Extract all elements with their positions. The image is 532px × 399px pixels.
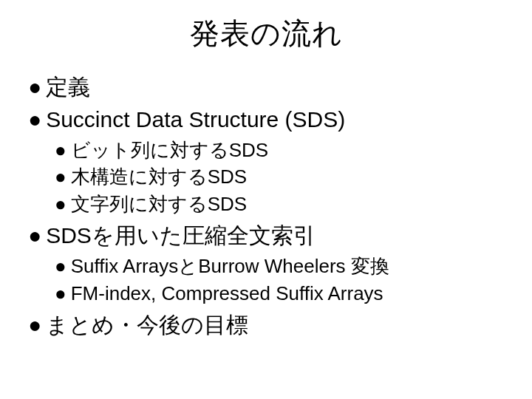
list-item: ●文字列に対するSDS: [55, 191, 510, 217]
list-item: ●SDSを用いた圧縮全文索引 ●Suffix ArraysとBurrow Whe…: [28, 220, 510, 307]
bullet-icon: ●: [55, 139, 66, 161]
bullet-icon: ●: [28, 313, 41, 337]
list-item: ●FM-index, Compressed Suffix Arrays: [55, 280, 510, 307]
item-text: Succinct Data Structure (SDS): [46, 107, 345, 132]
bullet-icon: ●: [28, 75, 41, 99]
item-text: 木構造に対するSDS: [71, 166, 247, 188]
item-text: ビット列に対するSDS: [71, 139, 268, 161]
item-text: FM-index, Compressed Suffix Arrays: [71, 282, 383, 304]
item-text: SDSを用いた圧縮全文索引: [46, 223, 316, 248]
list-item: ●Suffix ArraysとBurrow Wheelers 変換: [55, 253, 510, 279]
bullet-icon: ●: [55, 166, 66, 188]
list-item: ●まとめ・今後の目標: [28, 310, 510, 341]
list-item: ●定義: [28, 72, 510, 103]
list-item: ●ビット列に対するSDS: [55, 137, 510, 163]
list-item: ●木構造に対するSDS: [55, 163, 510, 190]
list-item: ●Succinct Data Structure (SDS) ●ビット列に対する…: [28, 104, 510, 217]
sublist: ●ビット列に対するSDS ●木構造に対するSDS ●文字列に対するSDS: [28, 137, 510, 217]
item-text: まとめ・今後の目標: [46, 313, 248, 337]
item-text: 文字列に対するSDS: [71, 193, 247, 215]
sublist: ●Suffix ArraysとBurrow Wheelers 変換 ●FM-in…: [28, 253, 510, 307]
bullet-icon: ●: [28, 107, 41, 132]
bullet-icon: ●: [55, 282, 66, 304]
bullet-icon: ●: [55, 193, 66, 215]
bullet-icon: ●: [55, 255, 66, 277]
item-text: Suffix ArraysとBurrow Wheelers 変換: [71, 255, 389, 277]
slide-title: 発表の流れ: [22, 13, 510, 54]
outline-list: ●定義 ●Succinct Data Structure (SDS) ●ビット列…: [22, 72, 510, 341]
slide: 発表の流れ ●定義 ●Succinct Data Structure (SDS)…: [0, 0, 532, 399]
item-text: 定義: [46, 75, 90, 99]
bullet-icon: ●: [28, 223, 41, 248]
